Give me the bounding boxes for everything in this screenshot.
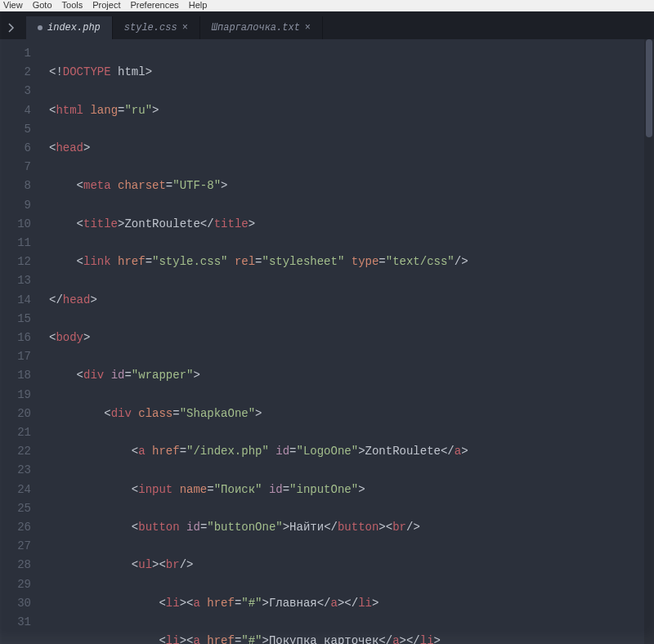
menu-goto[interactable]: Goto	[33, 0, 52, 10]
tab-shpargalochka[interactable]: Шпаргалочка.txt ×	[200, 16, 323, 39]
menu-help[interactable]: Help	[189, 0, 208, 10]
tab-index-php[interactable]: index.php	[26, 16, 113, 39]
code-area[interactable]: <!DOCTYPE html> <html lang="ru"> <head> …	[41, 39, 654, 644]
menu-bar: View Goto Tools Project Preferences Help	[0, 0, 654, 11]
menu-preferences[interactable]: Preferences	[130, 0, 178, 10]
chevron-right-icon	[6, 22, 17, 34]
modified-dot-icon	[38, 25, 43, 30]
vertical-scrollbar[interactable]	[644, 39, 654, 644]
code-editor[interactable]: 12345678910 11121314151617181920 2122232…	[0, 39, 654, 644]
tab-label: Шпаргалочка.txt	[212, 22, 300, 34]
close-icon[interactable]: ×	[305, 22, 311, 34]
tab-bar: index.php style.css × Шпаргалочка.txt ×	[0, 16, 654, 39]
tab-style-css[interactable]: style.css ×	[113, 16, 200, 39]
close-icon[interactable]: ×	[182, 22, 188, 34]
sidebar-toggle-button[interactable]	[2, 18, 21, 38]
menu-project[interactable]: Project	[92, 0, 120, 10]
line-gutter: 12345678910 11121314151617181920 2122232…	[0, 39, 41, 644]
scroll-thumb[interactable]	[646, 39, 652, 137]
tab-label: style.css	[124, 22, 177, 34]
tab-label: index.php	[47, 22, 101, 34]
menu-view[interactable]: View	[3, 0, 23, 10]
menu-tools[interactable]: Tools	[62, 0, 83, 10]
